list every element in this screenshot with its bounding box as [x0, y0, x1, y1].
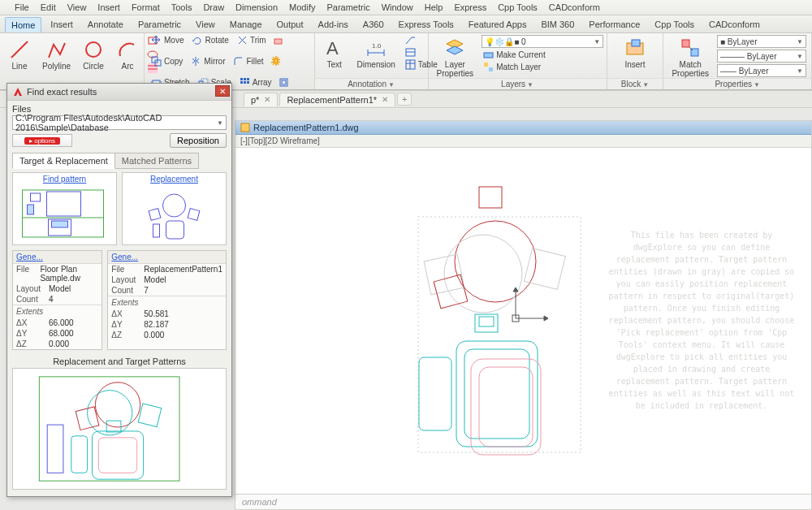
trim-button[interactable]: Trim — [235, 35, 268, 45]
layer-combo[interactable]: 💡❄️🔒■ 0▼ — [482, 35, 603, 48]
tab-output[interactable]: Output — [271, 17, 309, 32]
tab-performance[interactable]: Performance — [583, 17, 646, 32]
doc-tab-2[interactable]: ReplacementPattern1*✕ — [279, 93, 395, 106]
tab-annotate[interactable]: Annotate — [82, 17, 129, 32]
files-dropdown[interactable]: C:\Program Files\Autodesk\AutoCAD 2016\S… — [12, 115, 227, 130]
tab-featured[interactable]: Featured Apps — [463, 17, 533, 32]
svg-point-1 — [86, 42, 101, 57]
menu-parametric[interactable]: Parametric — [326, 2, 369, 12]
replacement-preview: Replacement — [122, 172, 227, 245]
svg-line-0 — [11, 41, 28, 58]
lineweight-combo[interactable]: —— ByLayer▼ — [717, 64, 806, 77]
tab-a360[interactable]: A360 — [357, 17, 390, 32]
merged-preview — [12, 368, 227, 490]
tab-bim360[interactable]: BIM 360 — [535, 17, 580, 32]
tab-insert[interactable]: Insert — [45, 17, 79, 32]
explode-icon[interactable] — [270, 56, 281, 67]
menu-dimension[interactable]: Dimension — [235, 2, 278, 12]
close-icon[interactable]: ✕ — [382, 95, 388, 104]
mirror-button[interactable]: Mirror — [189, 56, 227, 67]
polyline-button[interactable]: Polyline — [39, 37, 74, 72]
drawing-canvas[interactable]: This file has been created by dwgExplore… — [235, 148, 811, 507]
menu-cpptools[interactable]: Cpp Tools — [498, 2, 538, 12]
menu-format[interactable]: Format — [132, 2, 160, 12]
menu-tools[interactable]: Tools — [171, 2, 192, 12]
match-properties-button[interactable]: Match Properties — [668, 35, 712, 80]
rotate-button[interactable]: Rotate — [190, 35, 230, 45]
panel-titlebar[interactable]: Find exact results ✕ — [7, 84, 231, 101]
reposition-button[interactable]: Reposition — [170, 133, 227, 148]
find-pattern-link[interactable]: Find pattern — [13, 175, 116, 184]
match-layer-icon — [483, 62, 494, 72]
line-button[interactable]: Line — [5, 37, 34, 72]
color-combo[interactable]: ■ ByLayer▼ — [717, 35, 806, 48]
menu-draw[interactable]: Draw — [203, 2, 224, 12]
tab-parametric[interactable]: Parametric — [132, 17, 187, 32]
make-current-button[interactable]: Make Current — [482, 50, 547, 60]
tab-addins[interactable]: Add-ins — [313, 17, 354, 32]
layers-icon — [443, 37, 466, 59]
circle-button[interactable]: Circle — [79, 37, 108, 72]
merged-thumb — [13, 369, 226, 489]
menu-edit[interactable]: Edit — [41, 2, 56, 12]
fillet-icon — [233, 56, 244, 67]
svg-rect-72 — [138, 404, 162, 427]
copy-icon — [151, 56, 162, 67]
multileader-icon — [405, 47, 416, 58]
logo-button[interactable]: ▸ options — [12, 134, 72, 147]
subtab-matched[interactable]: Matched Patterns — [115, 153, 199, 169]
doc-tab-1[interactable]: p*✕ — [244, 93, 278, 106]
svg-rect-18 — [247, 81, 249, 84]
ribbon-group-modify: MoveRotateTrim CopyMirrorFillet StretchS… — [145, 33, 315, 89]
svg-rect-73 — [47, 425, 63, 473]
svg-rect-59 — [28, 205, 34, 214]
tab-manage[interactable]: Manage — [224, 17, 268, 32]
svg-rect-53 — [419, 357, 451, 430]
close-button[interactable]: ✕ — [215, 85, 230, 97]
dwg-file-icon — [240, 123, 250, 132]
tab-express[interactable]: Express Tools — [393, 17, 460, 32]
copy-button[interactable]: Copy — [149, 56, 184, 67]
svg-rect-14 — [244, 78, 246, 80]
text-button[interactable]: AText — [320, 35, 349, 71]
tab-home[interactable]: Home — [5, 17, 41, 32]
fillet-button[interactable]: Fillet — [231, 56, 265, 67]
menu-express[interactable]: Express — [454, 2, 486, 12]
tab-cadconform[interactable]: CADconform — [703, 17, 766, 32]
menu-window[interactable]: Window — [382, 2, 413, 12]
arc-icon — [116, 38, 139, 61]
match-layer-button[interactable]: Match Layer — [482, 62, 542, 72]
gene-header[interactable]: Gene... — [108, 251, 226, 264]
linetype-combo[interactable]: ——— ByLayer▼ — [717, 50, 806, 63]
menu-file[interactable]: File — [15, 2, 29, 12]
offset-icon[interactable] — [279, 77, 289, 88]
move-button[interactable]: Move — [149, 35, 185, 45]
replacement-link[interactable]: Replacement — [123, 175, 226, 184]
menu-insert[interactable]: Insert — [97, 2, 120, 12]
insert-button[interactable]: Insert — [612, 35, 659, 71]
file-bar: ReplacementPattern1.dwg — [235, 121, 811, 135]
menu-cadconform[interactable]: CADconform — [549, 2, 600, 12]
viewport-label[interactable]: [-][Top][2D Wireframe] — [235, 135, 811, 148]
replacement-thumb — [123, 185, 226, 242]
svg-rect-66 — [153, 224, 160, 237]
subtab-target[interactable]: Target & Replacement — [12, 153, 115, 169]
erase-icon[interactable] — [273, 35, 283, 45]
menu-modify[interactable]: Modify — [289, 2, 315, 12]
menu-view[interactable]: View — [67, 2, 87, 12]
tab-cpptools[interactable]: Cpp Tools — [649, 17, 700, 32]
dimension-button[interactable]: 1.0Dimension — [354, 35, 399, 71]
array-button[interactable]: Array — [238, 77, 274, 88]
close-icon[interactable]: ✕ — [264, 95, 270, 104]
layer-properties-button[interactable]: Layer Properties — [434, 35, 477, 80]
menu-help[interactable]: Help — [425, 2, 443, 12]
svg-rect-50 — [479, 317, 494, 326]
add-tab-button[interactable]: + — [397, 93, 412, 106]
svg-point-63 — [163, 194, 186, 217]
arc-button[interactable]: Arc — [113, 37, 142, 72]
command-line[interactable]: ommand — [235, 494, 811, 509]
panel-subtabs: Target & Replacement Matched Patterns — [12, 153, 227, 169]
gene-header[interactable]: Gene... — [13, 251, 102, 264]
ribbon: Line Polyline Circle Arc MoveRotateTrim … — [0, 33, 812, 90]
tab-view[interactable]: View — [190, 17, 221, 32]
